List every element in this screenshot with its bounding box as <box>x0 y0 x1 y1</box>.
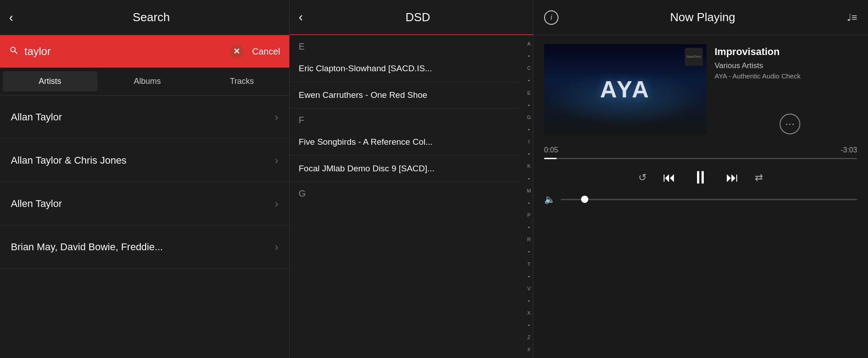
now-playing-content: AYA StackTech Improvisation Various Arti… <box>533 35 868 358</box>
chevron-right-icon: › <box>275 241 278 253</box>
search-icon <box>9 46 19 57</box>
alpha-t[interactable]: T <box>527 262 531 267</box>
search-svg-icon <box>9 46 19 55</box>
album-logo: StackTech <box>685 48 703 66</box>
progress-fill <box>544 158 557 159</box>
next-button[interactable]: ⏭ <box>726 170 739 185</box>
album-art: AYA StackTech <box>544 44 706 134</box>
search-header: ‹ Search <box>0 0 289 35</box>
time-remaining: -3:03 <box>841 146 857 154</box>
repeat-button[interactable]: ↺ <box>638 172 646 184</box>
shuffle-button[interactable]: ⇄ <box>755 172 763 184</box>
prev-button[interactable]: ⏮ <box>663 170 675 185</box>
search-input[interactable] <box>24 45 230 58</box>
more-options-button[interactable]: ··· <box>780 114 800 134</box>
alpha-hash[interactable]: # <box>527 347 530 353</box>
volume-section: 🔈 <box>544 194 857 205</box>
alpha-c[interactable]: C <box>527 65 531 71</box>
progress-section: 0:05 -3:03 <box>544 146 857 159</box>
info-icon[interactable]: i <box>544 10 559 25</box>
cancel-button[interactable]: Cancel <box>252 46 280 57</box>
alphabet-index: A • C • E • G • I • K • M • P • R • T • … <box>527 36 531 358</box>
track-artist: Various Artists <box>715 61 800 70</box>
now-playing-panel: i Now Playing ♩≡ AYA StackTech Improvisa… <box>533 0 868 358</box>
artist-item[interactable]: Allen Taylor › <box>0 182 289 225</box>
filter-tab-albums[interactable]: Albums <box>100 68 195 95</box>
pause-button[interactable]: ⏸ <box>692 167 710 188</box>
chevron-right-icon: › <box>275 111 278 124</box>
volume-knob[interactable] <box>581 196 588 203</box>
now-playing-header: i Now Playing ♩≡ <box>533 0 868 35</box>
alpha-z[interactable]: Z <box>527 335 531 340</box>
artist-item[interactable]: Allan Taylor & Chris Jones › <box>0 139 289 182</box>
dsd-section-e: E <box>290 35 519 55</box>
chevron-right-icon: › <box>275 197 278 210</box>
alpha-i[interactable]: I <box>528 139 530 145</box>
artist-list: Allan Taylor › Allan Taylor & Chris Jone… <box>0 96 289 358</box>
progress-bar[interactable] <box>544 158 857 159</box>
dsd-list-item[interactable]: Five Songbirds - A Reference Col... <box>290 129 519 156</box>
dsd-list: E Eric Clapton-Slowhand [SACD.IS... Ewen… <box>290 35 533 358</box>
alpha-e[interactable]: E <box>527 90 531 96</box>
alpha-dot: • <box>528 127 530 133</box>
playback-controls: ↺ ⏮ ⏸ ⏭ ⇄ <box>544 167 857 188</box>
artist-item[interactable]: Allan Taylor › <box>0 96 289 139</box>
volume-bar[interactable] <box>561 199 857 200</box>
dsd-list-item[interactable]: Ewen Carruthers - One Red Shoe <box>290 82 519 109</box>
track-album: AYA - Authentic Audio Check <box>715 72 800 80</box>
progress-times: 0:05 -3:03 <box>544 146 857 154</box>
alpha-dot: • <box>528 274 530 280</box>
artist-item[interactable]: Brian May, David Bowie, Freddie... › <box>0 225 289 269</box>
alpha-dot: • <box>528 322 530 328</box>
alpha-dot: • <box>528 298 530 304</box>
back-button-dsd[interactable]: ‹ <box>299 10 303 24</box>
artist-name: Allan Taylor & Chris Jones <box>11 155 126 166</box>
artist-name: Brian May, David Bowie, Freddie... <box>11 241 163 253</box>
filter-tab-tracks[interactable]: Tracks <box>194 68 289 95</box>
alpha-g[interactable]: G <box>527 115 531 120</box>
alpha-dot: • <box>528 78 530 83</box>
artist-name: Allen Taylor <box>11 198 62 210</box>
alpha-p[interactable]: P <box>527 212 531 218</box>
dsd-list-item[interactable]: Eric Clapton-Slowhand [SACD.IS... <box>290 55 519 82</box>
time-elapsed: 0:05 <box>544 146 558 154</box>
dsd-panel: ‹ DSD E Eric Clapton-Slowhand [SACD.IS..… <box>290 0 533 358</box>
alpha-dot: • <box>528 200 530 206</box>
dsd-list-item[interactable]: Focal JMlab Demo Disc 9 [SACD]... <box>290 156 519 182</box>
track-name: Improvisation <box>715 46 800 58</box>
chevron-right-icon: › <box>275 154 278 167</box>
alpha-dot: • <box>528 151 530 157</box>
track-info: AYA StackTech Improvisation Various Arti… <box>544 44 857 134</box>
back-button-search[interactable]: ‹ <box>9 11 13 24</box>
dsd-section-f: F <box>290 109 519 129</box>
aya-text: AYA <box>600 76 651 103</box>
alpha-dot: • <box>528 249 530 255</box>
alpha-k[interactable]: K <box>527 163 531 169</box>
alpha-dot: • <box>528 102 530 108</box>
search-panel: ‹ Search ✕ Cancel Artists Albums Tracks … <box>0 0 290 358</box>
filter-tab-artists[interactable]: Artists <box>3 71 97 92</box>
dsd-header: ‹ DSD <box>290 0 533 35</box>
volume-icon: 🔈 <box>544 194 555 205</box>
dsd-title: DSD <box>312 10 524 24</box>
alpha-a[interactable]: A <box>527 41 531 47</box>
dsd-section-g: G <box>290 182 519 202</box>
search-title: Search <box>22 10 280 24</box>
alpha-dot: • <box>528 53 530 59</box>
artist-name: Allan Taylor <box>11 111 62 123</box>
alpha-x[interactable]: X <box>527 310 531 316</box>
queue-icon[interactable]: ♩≡ <box>847 12 857 23</box>
alpha-m[interactable]: M <box>527 188 531 194</box>
alpha-dot: • <box>528 225 530 230</box>
clear-button[interactable]: ✕ <box>230 44 244 59</box>
alpha-dot: • <box>528 176 530 182</box>
filter-tabs: Artists Albums Tracks <box>0 68 289 96</box>
now-playing-title: Now Playing <box>559 10 847 24</box>
search-bar: ✕ Cancel <box>0 35 289 68</box>
alpha-v[interactable]: V <box>527 286 531 292</box>
alpha-r[interactable]: R <box>527 237 531 243</box>
track-meta: Improvisation Various Artists AYA - Auth… <box>715 44 800 134</box>
